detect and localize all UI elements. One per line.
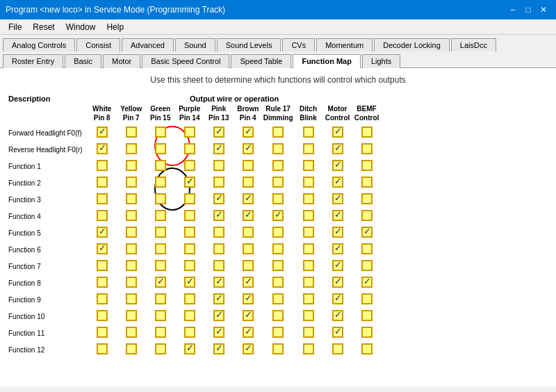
- tab-basic[interactable]: Basic: [65, 54, 101, 68]
- checkbox[interactable]: [126, 177, 137, 188]
- tab-analog-controls[interactable]: Analog Controls: [3, 38, 75, 51]
- checkbox[interactable]: [97, 143, 108, 154]
- tab-motor[interactable]: Motor: [103, 54, 140, 68]
- checkbox[interactable]: [126, 310, 137, 321]
- checkbox[interactable]: [97, 177, 108, 188]
- checkbox[interactable]: [97, 293, 108, 304]
- checkbox[interactable]: [361, 126, 373, 138]
- checkbox[interactable]: [184, 143, 195, 154]
- checkbox[interactable]: [184, 277, 195, 288]
- checkbox[interactable]: [361, 160, 373, 171]
- checkbox[interactable]: [126, 193, 137, 204]
- checkbox[interactable]: [243, 126, 254, 138]
- checkbox[interactable]: [272, 210, 284, 221]
- checkbox[interactable]: [184, 210, 195, 221]
- tab-sound-levels[interactable]: Sound Levels: [217, 38, 281, 51]
- checkbox[interactable]: [361, 293, 373, 304]
- checkbox[interactable]: [272, 193, 284, 204]
- checkbox[interactable]: [303, 160, 314, 171]
- checkbox[interactable]: [155, 210, 166, 221]
- checkbox[interactable]: [243, 343, 254, 354]
- checkbox[interactable]: [243, 327, 254, 338]
- checkbox[interactable]: [184, 160, 195, 171]
- checkbox[interactable]: [272, 227, 284, 238]
- checkbox[interactable]: [332, 193, 343, 204]
- checkbox[interactable]: [272, 310, 284, 321]
- checkbox[interactable]: [332, 327, 343, 338]
- checkbox[interactable]: [361, 210, 373, 221]
- checkbox[interactable]: [361, 243, 373, 254]
- checkbox[interactable]: [184, 227, 195, 238]
- checkbox[interactable]: [303, 210, 314, 221]
- checkbox[interactable]: [126, 210, 137, 221]
- checkbox[interactable]: [126, 293, 137, 304]
- tab-lights[interactable]: Lights: [362, 54, 400, 68]
- checkbox[interactable]: [155, 260, 166, 271]
- checkbox[interactable]: [303, 143, 314, 154]
- checkbox[interactable]: [213, 143, 224, 154]
- checkbox[interactable]: [184, 293, 195, 304]
- checkbox[interactable]: [97, 210, 108, 221]
- checkbox[interactable]: [184, 260, 195, 271]
- checkbox[interactable]: [272, 343, 284, 354]
- checkbox[interactable]: [97, 327, 108, 338]
- checkbox[interactable]: [155, 143, 166, 154]
- checkbox[interactable]: [361, 193, 373, 204]
- checkbox[interactable]: [213, 177, 224, 188]
- checkbox[interactable]: [184, 327, 195, 338]
- checkbox[interactable]: [361, 343, 373, 354]
- checkbox[interactable]: [243, 243, 254, 254]
- checkbox[interactable]: [361, 327, 373, 338]
- checkbox[interactable]: [97, 160, 108, 171]
- checkbox[interactable]: [126, 343, 137, 354]
- checkbox[interactable]: [126, 126, 137, 138]
- checkbox[interactable]: [126, 260, 137, 271]
- checkbox[interactable]: [361, 177, 373, 188]
- checkbox[interactable]: [213, 160, 224, 171]
- tab-basic-speed-control[interactable]: Basic Speed Control: [142, 54, 229, 68]
- checkbox[interactable]: [361, 277, 373, 288]
- tab-sound[interactable]: Sound: [175, 38, 215, 51]
- checkbox[interactable]: [272, 126, 284, 138]
- checkbox[interactable]: [332, 143, 343, 154]
- checkbox[interactable]: [303, 343, 314, 354]
- checkbox[interactable]: [213, 260, 224, 271]
- checkbox[interactable]: [213, 210, 224, 221]
- checkbox[interactable]: [332, 277, 343, 288]
- checkbox[interactable]: [332, 177, 343, 188]
- checkbox[interactable]: [97, 310, 108, 321]
- checkbox[interactable]: [213, 327, 224, 338]
- checkbox[interactable]: [97, 193, 108, 204]
- menu-reset[interactable]: Reset: [27, 21, 60, 33]
- checkbox[interactable]: [184, 193, 195, 204]
- checkbox[interactable]: [303, 126, 314, 138]
- checkbox[interactable]: [155, 193, 166, 204]
- checkbox[interactable]: [243, 293, 254, 304]
- checkbox[interactable]: [272, 327, 284, 338]
- tab-momentum[interactable]: Momentum: [316, 38, 373, 51]
- checkbox[interactable]: [272, 277, 284, 288]
- checkbox[interactable]: [303, 177, 314, 188]
- checkbox[interactable]: [155, 243, 166, 254]
- checkbox[interactable]: [97, 343, 108, 354]
- tab-speed-table[interactable]: Speed Table: [231, 54, 291, 68]
- tab-roster-entry[interactable]: Roster Entry: [3, 54, 63, 68]
- checkbox[interactable]: [303, 293, 314, 304]
- menu-file[interactable]: File: [3, 21, 27, 33]
- checkbox[interactable]: [97, 126, 108, 138]
- tab-cvs[interactable]: CVs: [282, 38, 315, 51]
- checkbox[interactable]: [332, 310, 343, 321]
- checkbox[interactable]: [184, 126, 195, 138]
- checkbox[interactable]: [303, 243, 314, 254]
- checkbox[interactable]: [272, 177, 284, 188]
- checkbox[interactable]: [97, 277, 108, 288]
- tab-consist[interactable]: Consist: [76, 38, 120, 51]
- checkbox[interactable]: [126, 243, 137, 254]
- checkbox[interactable]: [303, 310, 314, 321]
- checkbox[interactable]: [332, 126, 343, 138]
- checkbox[interactable]: [243, 143, 254, 154]
- checkbox[interactable]: [213, 227, 224, 238]
- checkbox[interactable]: [272, 143, 284, 154]
- checkbox[interactable]: [213, 277, 224, 288]
- checkbox[interactable]: [213, 343, 224, 354]
